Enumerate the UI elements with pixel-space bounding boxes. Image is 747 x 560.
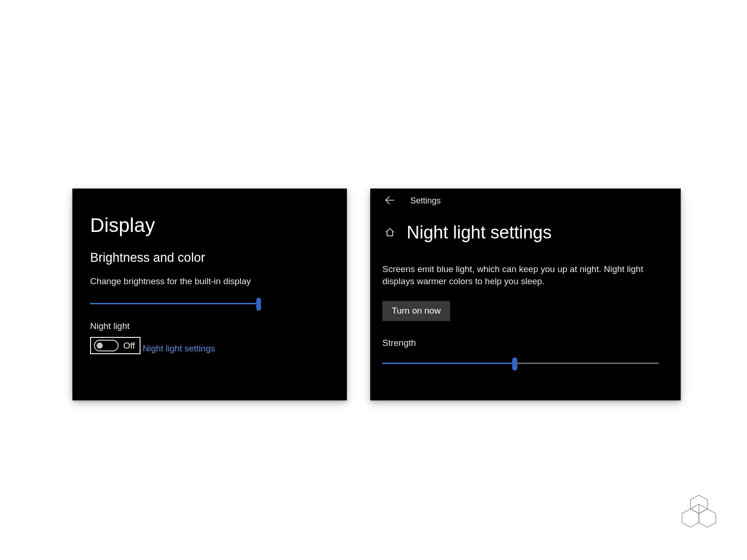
toggle-switch-off-icon[interactable] bbox=[94, 340, 119, 351]
strength-slider-thumb[interactable] bbox=[512, 357, 517, 371]
page-title-night-light-settings: Night light settings bbox=[407, 223, 552, 243]
toggle-switch-knob-icon bbox=[97, 343, 103, 349]
night-light-settings-panel: Settings Night light settings Screens em… bbox=[370, 189, 681, 400]
night-light-toggle-state-text: Off bbox=[123, 341, 135, 351]
night-light-settings-link[interactable]: Night light settings bbox=[142, 343, 215, 354]
back-arrow-icon[interactable] bbox=[385, 196, 395, 206]
brightness-slider-label: Change brightness for the built-in displ… bbox=[90, 276, 332, 287]
turn-on-now-button[interactable]: Turn on now bbox=[382, 301, 450, 321]
strength-slider[interactable] bbox=[382, 358, 659, 369]
hexagon-logo-icon bbox=[680, 493, 718, 531]
strength-slider-track-active bbox=[382, 363, 514, 364]
home-icon[interactable] bbox=[384, 227, 395, 238]
settings-topbar: Settings bbox=[382, 196, 669, 206]
svg-marker-1 bbox=[682, 509, 699, 527]
page-title-display: Display bbox=[90, 214, 332, 237]
settings-topbar-label: Settings bbox=[410, 196, 441, 206]
display-settings-panel: Display Brightness and color Change brig… bbox=[72, 189, 347, 400]
night-light-description: Screens emit blue light, which can keep … bbox=[382, 263, 663, 287]
night-light-toggle[interactable]: Off bbox=[90, 337, 141, 354]
brightness-slider-track-active bbox=[90, 303, 256, 304]
section-brightness-and-color: Brightness and color bbox=[90, 251, 332, 265]
night-light-toggle-label: Night light bbox=[90, 321, 332, 331]
brightness-slider-thumb[interactable] bbox=[256, 298, 261, 311]
svg-marker-2 bbox=[699, 509, 716, 527]
strength-slider-label: Strength bbox=[382, 338, 669, 348]
brightness-slider[interactable] bbox=[90, 299, 261, 309]
